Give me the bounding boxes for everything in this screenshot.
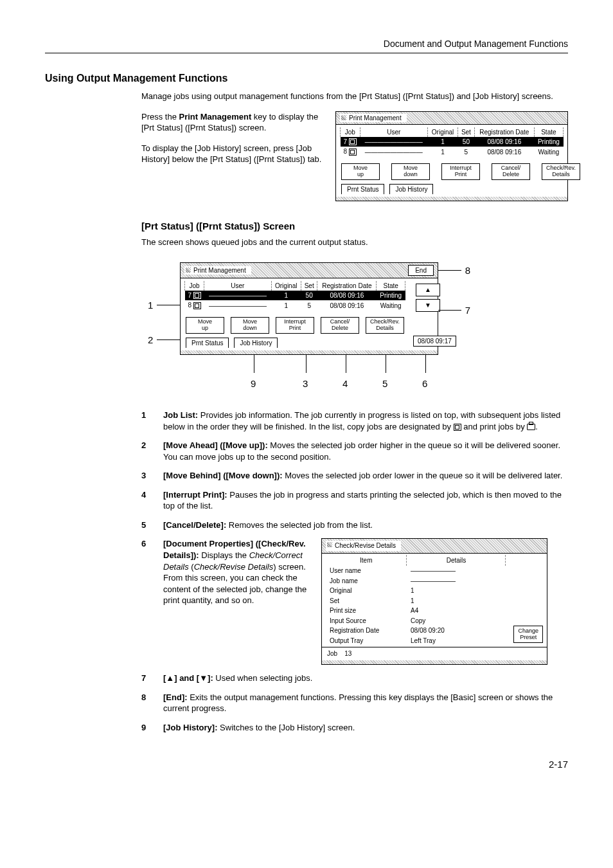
desc-3: 3 [Move Behind] ([Move down]): Moves the… bbox=[141, 470, 568, 482]
page-number: 2-17 bbox=[45, 759, 568, 770]
cancel-delete-button[interactable]: Cancel/ Delete bbox=[321, 317, 359, 334]
callout-2: 2 bbox=[148, 334, 153, 345]
callout-6: 6 bbox=[422, 378, 427, 389]
arrow-down-button[interactable]: ▼ bbox=[416, 299, 440, 312]
table-row: Output TrayLeft Tray bbox=[326, 636, 506, 646]
desc-7: 7 [▲] and [▼]: Used when selecting jobs. bbox=[141, 673, 568, 684]
table-row: Print sizeA4 bbox=[326, 606, 506, 616]
copy-icon bbox=[349, 149, 357, 156]
step-paragraph-1: Press the Print Management key to displa… bbox=[141, 111, 323, 134]
print-icon bbox=[527, 424, 535, 430]
callout-3: 3 bbox=[303, 378, 308, 389]
table-row: Set1 bbox=[326, 596, 506, 606]
check-rev-details-button[interactable]: Check/Rev. Details bbox=[542, 163, 580, 180]
arrow-up-button[interactable]: ▲ bbox=[416, 284, 440, 296]
section-title: Using Output Management Functions bbox=[45, 73, 568, 84]
table-row: Job name——————— bbox=[326, 576, 506, 586]
desc-6: 6 [Document Properties] ([Check/Rev. Det… bbox=[141, 538, 568, 665]
details-table: ItemDetails User name———————Job name————… bbox=[326, 555, 506, 646]
copy-icon bbox=[349, 138, 357, 145]
check-rev-details-button[interactable]: Check/Rev. Details bbox=[366, 317, 404, 334]
print-management-screen-full: Print Management End JobUserOriginalSetR… bbox=[180, 262, 438, 356]
tab-prnt-status[interactable]: Prnt Status bbox=[186, 338, 229, 348]
desc-9: 9 [Job History]: Switches to the [Job Hi… bbox=[141, 722, 568, 734]
callout-8: 8 bbox=[465, 265, 470, 276]
table-row[interactable]: 7 —————————15008/08 09:16Printing bbox=[185, 291, 405, 301]
move-up-button[interactable]: Move up bbox=[186, 317, 224, 334]
table-row[interactable]: 8 —————————1508/08 09:16Waiting bbox=[185, 300, 405, 311]
callout-7: 7 bbox=[465, 305, 470, 316]
desc-5: 5 [Cancel/Delete]: Removes the selected … bbox=[141, 520, 568, 531]
table-row: Registration Date08/08 09:20 bbox=[326, 626, 506, 636]
copy-icon bbox=[454, 424, 461, 431]
desc-1: 1 Job List: Provides job information. Th… bbox=[141, 410, 568, 432]
check-revise-details-screen: Check/Revise Details ItemDetails User na… bbox=[321, 538, 547, 665]
callout-9: 9 bbox=[251, 378, 256, 389]
print-management-screen: Print Management Job User Original Set R… bbox=[335, 111, 568, 202]
move-up-button[interactable]: Move up bbox=[341, 163, 380, 180]
panel-title: Check/Revise Details bbox=[326, 541, 401, 551]
job-label: Job bbox=[327, 650, 337, 657]
panel-title: Print Management bbox=[340, 114, 407, 122]
cancel-delete-button[interactable]: Cancel/ Delete bbox=[492, 163, 530, 180]
desc-8: 8 [End]: Exits the output management fun… bbox=[141, 692, 568, 714]
job-list-table: JobUserOriginalSetRegistration DateState… bbox=[184, 281, 405, 311]
tab-job-history[interactable]: Job History bbox=[389, 184, 433, 194]
job-number: 13 bbox=[344, 650, 351, 657]
desc-4: 4 [Interrupt Print]: Pauses the job in p… bbox=[141, 489, 568, 512]
callout-5: 5 bbox=[382, 378, 387, 389]
tab-job-history[interactable]: Job History bbox=[234, 338, 278, 348]
interrupt-print-button[interactable]: Interrupt Print bbox=[276, 317, 314, 334]
table-row[interactable]: 7 —————————15008/08 09:16Printing bbox=[341, 137, 564, 147]
table-row: Original1 bbox=[326, 586, 506, 596]
end-button[interactable]: End bbox=[408, 265, 434, 276]
copy-icon bbox=[193, 302, 201, 309]
panel-title: Print Management bbox=[184, 266, 251, 275]
interrupt-print-button[interactable]: Interrupt Print bbox=[441, 163, 480, 180]
table-row: User name——————— bbox=[326, 566, 506, 576]
clock: 08/08 09:17 bbox=[413, 336, 456, 347]
subsection-intro: The screen shows queued jobs and the cur… bbox=[141, 237, 568, 248]
callout-1: 1 bbox=[148, 300, 153, 311]
table-row[interactable]: 8 —————————1508/08 09:16Waiting bbox=[341, 147, 564, 157]
copy-icon bbox=[193, 292, 201, 299]
change-preset-button[interactable]: Change Preset bbox=[513, 626, 543, 644]
tab-prnt-status[interactable]: Prnt Status bbox=[341, 184, 384, 194]
step-paragraph-2: To display the [Job History] screen, pre… bbox=[141, 143, 323, 165]
move-down-button[interactable]: Move down bbox=[231, 317, 269, 334]
desc-2: 2 [Move Ahead] ([Move up]): Moves the se… bbox=[141, 440, 568, 462]
running-header: Document and Output Management Functions bbox=[45, 39, 568, 49]
table-row: Input SourceCopy bbox=[326, 616, 506, 626]
header-rule bbox=[45, 53, 568, 53]
job-list-table: Job User Original Set Registration Date … bbox=[340, 127, 564, 158]
intro-paragraph: Manage jobs using output management func… bbox=[141, 91, 568, 102]
callout-4: 4 bbox=[342, 378, 348, 389]
move-down-button[interactable]: Move down bbox=[391, 163, 430, 180]
subsection-title: [Prt Status] ([Prnt Status]) Screen bbox=[141, 221, 568, 231]
